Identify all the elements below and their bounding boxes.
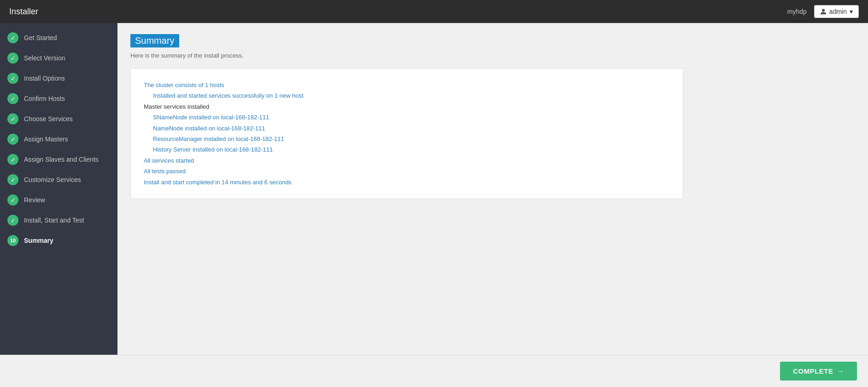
summary-line-6: History Server installed on local-168-18… — [144, 144, 670, 155]
summary-line-9: Install and start completed in 14 minute… — [144, 177, 670, 188]
summary-line-5: ResourceManager installed on local-168-1… — [144, 134, 670, 144]
complete-button[interactable]: COMPLETE → — [780, 362, 857, 381]
summary-line-2: Master services installed — [144, 101, 670, 112]
check-icon-get-started: ✓ — [7, 32, 18, 43]
complete-label: COMPLETE — [793, 367, 833, 375]
summary-line-3: SNameNode installed on local-168-182-111 — [144, 112, 670, 123]
content-inner: Summary Here is the summary of the insta… — [117, 23, 868, 355]
sidebar-label-choose-services: Choose Services — [24, 115, 73, 123]
dropdown-arrow: ▾ — [850, 8, 853, 15]
sidebar-label-select-version: Select Version — [24, 54, 65, 62]
footer: COMPLETE → — [0, 355, 868, 387]
app-brand: Installer — [9, 7, 38, 17]
sidebar-item-assign-slaves[interactable]: ✓Assign Slaves and Clients — [0, 149, 117, 170]
sidebar-item-install-start-test[interactable]: ✓Install, Start and Test — [0, 210, 117, 230]
summary-box: The cluster consists of 1 hostsInstalled… — [130, 68, 683, 199]
sidebar-item-select-version[interactable]: ✓Select Version — [0, 48, 117, 68]
page-title: Summary — [130, 34, 179, 47]
sidebar-label-customize-services: Customize Services — [24, 176, 81, 183]
check-icon-review: ✓ — [7, 194, 18, 205]
sidebar-item-summary[interactable]: 10Summary — [0, 230, 117, 251]
user-menu-button[interactable]: admin ▾ — [814, 5, 859, 18]
svg-point-0 — [822, 9, 825, 12]
summary-line-8: All tests passed — [144, 166, 670, 176]
check-icon-assign-slaves: ✓ — [7, 154, 18, 165]
sidebar-item-customize-services[interactable]: ✓Customize Services — [0, 170, 117, 190]
check-icon-confirm-hosts: ✓ — [7, 93, 18, 104]
summary-line-1: Installed and started services successfu… — [144, 90, 670, 101]
sidebar-label-assign-masters: Assign Masters — [24, 135, 68, 143]
sidebar: ✓Get Started✓Select Version✓Install Opti… — [0, 23, 117, 355]
user-label: admin — [829, 8, 847, 15]
sidebar-label-review: Review — [24, 196, 45, 204]
sidebar-item-choose-services[interactable]: ✓Choose Services — [0, 109, 117, 129]
summary-line-7: All services started — [144, 155, 670, 166]
sidebar-label-summary: Summary — [24, 237, 53, 244]
summary-line-0: The cluster consists of 1 hosts — [144, 80, 670, 90]
sidebar-label-install-start-test: Install, Start and Test — [24, 217, 84, 224]
sidebar-item-install-options[interactable]: ✓Install Options — [0, 68, 117, 88]
sidebar-item-confirm-hosts[interactable]: ✓Confirm Hosts — [0, 88, 117, 109]
complete-arrow: → — [837, 367, 845, 375]
page-subtitle: Here is the summary of the install proce… — [130, 52, 855, 59]
main-layout: ✓Get Started✓Select Version✓Install Opti… — [0, 23, 868, 355]
check-icon-choose-services: ✓ — [7, 113, 18, 124]
sidebar-item-get-started[interactable]: ✓Get Started — [0, 28, 117, 48]
user-icon — [820, 8, 827, 15]
check-icon-select-version: ✓ — [7, 53, 18, 64]
sidebar-label-install-options: Install Options — [24, 75, 65, 82]
summary-line-4: NameNode installed on local-168-182-111 — [144, 123, 670, 134]
sidebar-label-get-started: Get Started — [24, 34, 57, 41]
sidebar-label-confirm-hosts: Confirm Hosts — [24, 95, 65, 102]
sidebar-label-assign-slaves: Assign Slaves and Clients — [24, 156, 99, 163]
content-area: Summary Here is the summary of the insta… — [117, 23, 868, 355]
check-icon-assign-masters: ✓ — [7, 134, 18, 145]
check-icon-install-start-test: ✓ — [7, 215, 18, 226]
sidebar-item-review[interactable]: ✓Review — [0, 190, 117, 210]
myhdp-label: myhdp — [787, 8, 807, 15]
navbar: Installer myhdp admin ▾ — [0, 0, 868, 23]
navbar-right: myhdp admin ▾ — [787, 5, 859, 18]
sidebar-item-assign-masters[interactable]: ✓Assign Masters — [0, 129, 117, 149]
check-icon-customize-services: ✓ — [7, 174, 18, 185]
check-icon-install-options: ✓ — [7, 73, 18, 84]
number-icon-summary: 10 — [7, 235, 18, 246]
